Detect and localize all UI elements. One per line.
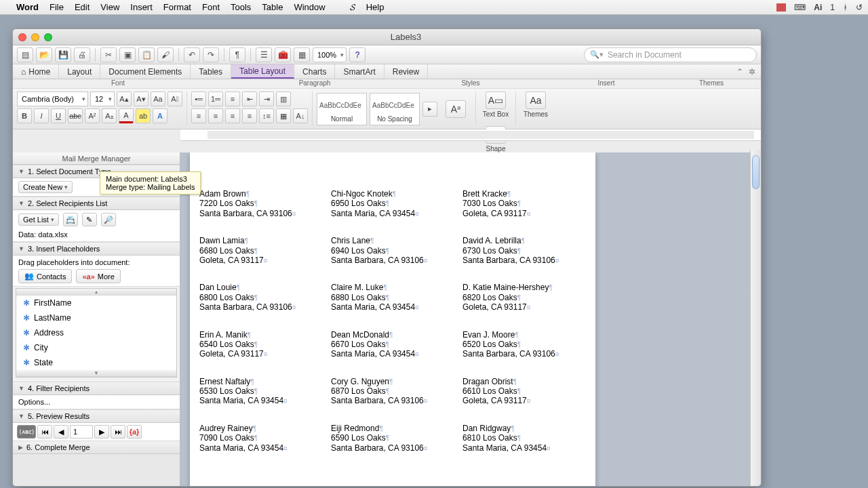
line-spacing-button[interactable]: ↕≡ bbox=[259, 108, 274, 123]
close-button[interactable] bbox=[18, 33, 26, 41]
tab-home[interactable]: ⌂Home bbox=[13, 64, 59, 79]
label-cell[interactable]: Eiji Redmond¶6590 Los Oaks¶Santa Barbara… bbox=[327, 424, 458, 453]
menu-edit[interactable]: Edit bbox=[75, 2, 90, 12]
style-no-spacing[interactable]: AaBbCcDdEe No Spacing bbox=[370, 93, 420, 125]
styles-pane-button[interactable]: Aᵃ bbox=[440, 100, 471, 118]
sort-button[interactable]: A↓ bbox=[293, 108, 308, 123]
label-cell[interactable]: Brett Kracke¶7030 Los Oaks¶Goleta, CA 93… bbox=[458, 189, 590, 218]
align-left-button[interactable]: ≡ bbox=[191, 108, 206, 123]
tab-tables[interactable]: Tables bbox=[191, 64, 231, 79]
help-icon[interactable]: ? bbox=[349, 47, 366, 62]
bold-button[interactable]: B bbox=[17, 108, 32, 123]
underline-button[interactable]: U bbox=[51, 108, 66, 123]
horizontal-ruler[interactable] bbox=[180, 129, 761, 141]
bluetooth-icon[interactable]: ᚼ bbox=[843, 3, 848, 12]
format-painter-icon[interactable]: 🖌 bbox=[157, 47, 174, 62]
menu-tools[interactable]: Tools bbox=[231, 2, 251, 12]
keyboard-icon[interactable]: ⌨︎ bbox=[794, 3, 806, 12]
first-record-button[interactable]: ⏮ bbox=[37, 425, 52, 439]
styles-more-icon[interactable]: ▸ bbox=[422, 102, 437, 117]
step-3-header[interactable]: ▼3. Insert Placeholders bbox=[13, 242, 180, 256]
label-cell[interactable]: Chris Lane¶6940 Los Oaks¶Santa Barbara, … bbox=[327, 236, 458, 265]
save-icon[interactable]: 💾 bbox=[55, 47, 71, 62]
show-formatting-icon[interactable]: ¶ bbox=[229, 47, 245, 62]
field-state[interactable]: ✱State bbox=[16, 355, 176, 370]
scrollbar-thumb[interactable] bbox=[752, 155, 760, 189]
justify-button[interactable]: ≡ bbox=[242, 108, 257, 123]
field-city[interactable]: ✱City bbox=[16, 340, 176, 355]
search-input[interactable]: 🔍▾ Search in Document bbox=[584, 47, 757, 62]
get-list-button[interactable]: Get List bbox=[18, 214, 59, 226]
label-cell[interactable]: Audrey Rainey¶7090 Los Oaks¶Santa Maria,… bbox=[195, 424, 327, 453]
print-icon[interactable]: 🖨 bbox=[74, 47, 90, 62]
last-record-button[interactable]: ⏭ bbox=[111, 425, 125, 439]
label-cell[interactable]: Dean McDonald¶6670 Los Oaks¶Santa Maria,… bbox=[327, 330, 458, 359]
italic-button[interactable]: I bbox=[34, 108, 49, 123]
label-cell[interactable]: D. Katie Maine-Hershey¶6820 Los Oaks¶Gol… bbox=[458, 283, 590, 312]
menu-insert[interactable]: Insert bbox=[130, 2, 153, 12]
sidebar-icon[interactable]: ☰ bbox=[256, 47, 272, 62]
prev-record-button[interactable]: ◀ bbox=[54, 425, 68, 439]
tab-smartart[interactable]: SmartArt bbox=[335, 64, 384, 79]
outdent-button[interactable]: ⇤ bbox=[242, 92, 257, 106]
next-record-button[interactable]: ▶ bbox=[94, 425, 109, 439]
borders-button[interactable]: ▦ bbox=[276, 108, 291, 123]
create-new-button[interactable]: Create New bbox=[18, 181, 73, 193]
superscript-button[interactable]: A² bbox=[85, 108, 100, 123]
clear-format-icon[interactable]: A⃠ bbox=[167, 92, 182, 106]
menu-table[interactable]: Table bbox=[262, 2, 283, 12]
indent-button[interactable]: ⇥ bbox=[259, 92, 274, 106]
bullets-button[interactable]: •═ bbox=[191, 92, 206, 106]
scroll-up-icon[interactable] bbox=[16, 289, 176, 296]
shrink-font-icon[interactable]: A▾ bbox=[134, 92, 149, 106]
contacts-button[interactable]: 👥Contacts bbox=[18, 269, 72, 283]
ribbon-settings-icon[interactable]: ✲ bbox=[749, 67, 755, 77]
field-address[interactable]: ✱Address bbox=[16, 325, 176, 340]
tab-document-elements[interactable]: Document Elements bbox=[100, 64, 191, 79]
minimize-button[interactable] bbox=[31, 33, 39, 41]
grow-font-icon[interactable]: A▴ bbox=[117, 92, 132, 106]
more-fields-button[interactable]: «a»More bbox=[76, 269, 120, 283]
change-case-icon[interactable]: Aa bbox=[151, 92, 165, 106]
find-record-icon[interactable]: 🔎 bbox=[101, 213, 116, 226]
document-area[interactable]: Adam Brown¶7220 Los Oaks¶Santa Barbara, … bbox=[180, 152, 761, 486]
text-effects-button[interactable]: A bbox=[153, 108, 167, 123]
label-cell[interactable]: Erin A. Manik¶6540 Los Oaks¶Goleta, CA 9… bbox=[195, 330, 327, 359]
style-normal[interactable]: AaBbCcDdEe Normal bbox=[317, 93, 367, 125]
label-cell[interactable]: Dawn Lamia¶6680 Los Oaks¶Goleta, CA 9311… bbox=[195, 236, 327, 265]
label-cell[interactable]: Claire M. Luke¶6880 Los Oaks¶Santa Maria… bbox=[327, 283, 458, 312]
tab-table-layout[interactable]: Table Layout bbox=[231, 64, 294, 79]
zoom-select[interactable]: 100% bbox=[313, 47, 347, 62]
step-2-header[interactable]: ▼2. Select Recipients List bbox=[13, 197, 180, 210]
subscript-button[interactable]: A₂ bbox=[102, 108, 117, 123]
label-cell[interactable]: Dan Ridgway¶6810 Los Oaks¶Santa Maria, C… bbox=[458, 424, 590, 453]
tab-review[interactable]: Review bbox=[384, 64, 428, 79]
font-color-button[interactable]: A bbox=[119, 108, 134, 123]
menu-view[interactable]: View bbox=[100, 2, 119, 12]
show-codes-button[interactable]: {a} bbox=[127, 425, 142, 439]
label-cell[interactable]: Evan J. Moore¶6520 Los Oaks¶Santa Barbar… bbox=[458, 330, 590, 359]
menu-window[interactable]: Window bbox=[294, 2, 325, 12]
open-icon[interactable]: 📂 bbox=[36, 47, 52, 62]
zoom-button[interactable] bbox=[44, 33, 52, 41]
gallery-icon[interactable]: ▦ bbox=[294, 47, 310, 62]
font-name-select[interactable]: Cambria (Body) bbox=[17, 92, 88, 106]
label-cell[interactable]: Dan Louie¶6800 Los Oaks¶Santa Barbara, C… bbox=[195, 283, 327, 312]
filter-options-link[interactable]: Options... bbox=[18, 398, 50, 406]
menu-font[interactable]: Font bbox=[202, 2, 220, 12]
edit-data-icon[interactable]: ✎ bbox=[82, 213, 97, 226]
themes-button[interactable]: AaThemes bbox=[520, 92, 551, 118]
flag-icon[interactable] bbox=[776, 3, 786, 12]
step-6-header[interactable]: ▶6. Complete Merge bbox=[13, 441, 180, 454]
field-firstname[interactable]: ✱FirstName bbox=[16, 296, 176, 310]
redo-icon[interactable]: ↷ bbox=[203, 47, 219, 62]
new-doc-icon[interactable]: ▤ bbox=[17, 47, 33, 62]
step-5-header[interactable]: ▼5. Preview Results bbox=[13, 409, 180, 423]
align-center-button[interactable]: ≡ bbox=[208, 108, 223, 123]
align-right-button[interactable]: ≡ bbox=[225, 108, 240, 123]
record-number-field[interactable]: 1 bbox=[70, 425, 93, 439]
tab-charts[interactable]: Charts bbox=[294, 64, 335, 79]
menu-format[interactable]: Format bbox=[163, 2, 191, 12]
clock-icon[interactable]: ↺ bbox=[856, 3, 863, 12]
label-cell[interactable]: Adam Brown¶7220 Los Oaks¶Santa Barbara, … bbox=[195, 189, 327, 218]
